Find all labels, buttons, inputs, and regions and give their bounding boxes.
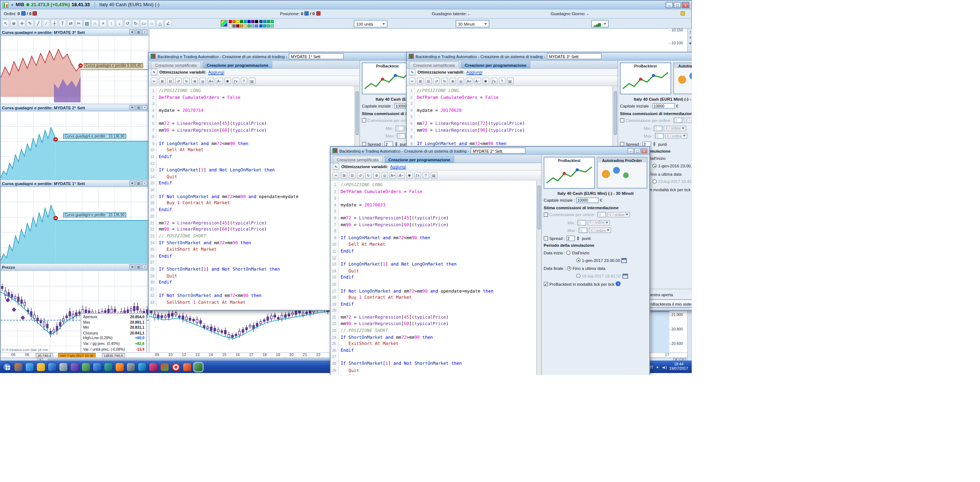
tab-probacktest[interactable]: ProBacktest [620, 62, 671, 94]
cut-icon[interactable]: ✂ [332, 172, 339, 178]
main-titlebar[interactable]: ▼ MIB 21.473,9 (+0,43%) 18.41.33 Italy 4… [1, 1, 691, 10]
internet-explorer-icon[interactable] [25, 363, 34, 371]
system-name-input[interactable] [471, 148, 526, 154]
print-icon[interactable]: ▤ [248, 78, 256, 84]
firefox-icon[interactable] [14, 363, 23, 371]
fx-icon[interactable]: ƒx [414, 172, 421, 178]
undo-icon[interactable]: ↺ [357, 172, 364, 178]
calendar-icon[interactable] [621, 258, 627, 262]
close-icon[interactable]: × [142, 181, 148, 186]
help-icon[interactable]: ? [240, 78, 247, 84]
timeframe-dropdown[interactable]: 30 Minuti [456, 20, 490, 27]
font-increase-icon[interactable]: A+ [207, 78, 215, 84]
taskbar-clock[interactable]: 18:44 19/07/2017 [669, 362, 689, 372]
spread-input[interactable] [566, 235, 575, 241]
start-button[interactable] [3, 362, 12, 372]
palette-color[interactable] [255, 20, 258, 23]
max-input[interactable] [579, 227, 587, 233]
palette-color[interactable] [259, 20, 262, 23]
preview-icon[interactable]: ◎ [458, 78, 465, 84]
segment-icon[interactable]: ∕ [43, 19, 50, 28]
purple-app-icon[interactable] [71, 363, 79, 371]
palette-color[interactable] [236, 24, 240, 27]
palette-color[interactable] [232, 20, 235, 23]
spread-checkbox[interactable] [362, 142, 366, 146]
gray-app-icon[interactable] [127, 363, 135, 371]
dropdown-caret-icon[interactable]: ▼ [11, 3, 14, 6]
cut-icon[interactable]: ✂ [151, 78, 158, 84]
search-icon[interactable]: ⊕ [191, 78, 198, 84]
min-input[interactable] [654, 125, 662, 131]
wrench-icon[interactable]: ✱ [129, 29, 135, 34]
capitale-input[interactable] [652, 103, 675, 109]
panel-header[interactable]: Curva guadagni e perdite: MYDATE 3° Sett… [1, 29, 149, 36]
maximize-button[interactable]: □ [674, 2, 681, 8]
pencil-icon[interactable]: ✎ [26, 19, 34, 28]
copy-icon[interactable]: ⊞ [417, 78, 423, 84]
magnet-icon[interactable]: ∩ [91, 19, 99, 28]
window-titlebar[interactable]: Backtesting e Trading Automatico - Creaz… [331, 147, 649, 155]
green-app-icon[interactable] [82, 363, 90, 371]
fx-icon[interactable]: ƒ [689, 30, 691, 33]
aggiungi-link[interactable]: Aggiungi [208, 70, 224, 74]
sell-arrow-icon[interactable]: ↓ [116, 19, 123, 28]
palette-color[interactable] [229, 20, 232, 23]
buy-arrow-icon[interactable]: ↑ [108, 19, 115, 28]
panel-header[interactable]: Curva guadagni e perdite: MYDATE 1° Sett… [1, 180, 149, 187]
data-inizio-radio[interactable] [652, 164, 657, 168]
delete-icon[interactable]: × [99, 19, 107, 28]
copy-icon[interactable]: ⊞ [159, 78, 165, 84]
list-icon[interactable]: ≡ [689, 36, 691, 39]
palette-color[interactable] [263, 20, 266, 23]
palette-color[interactable] [229, 24, 232, 27]
wrench-icon[interactable]: ✱ [129, 264, 135, 269]
redo-icon[interactable]: ↻ [365, 172, 372, 178]
hint-icon[interactable]: ✱ [224, 78, 231, 84]
tab-autotrading[interactable]: Autotrading ProOrder [597, 157, 648, 189]
print-icon[interactable]: ▤ [507, 78, 514, 84]
max-unit-select[interactable]: € / ordine [665, 133, 688, 139]
maximize-button[interactable]: □ [634, 148, 641, 154]
minimize-button[interactable]: – [666, 2, 673, 8]
aggiungi-link[interactable]: Aggiungi [466, 70, 482, 74]
commissione-input[interactable] [598, 212, 606, 218]
commissione-unit-select[interactable]: € / ordine [684, 118, 692, 123]
panel-header[interactable]: Curva guadagni e perdite: MYDATE 2° Sett… [1, 104, 149, 111]
fx-icon[interactable]: ƒx [232, 78, 239, 84]
text-icon[interactable]: T [59, 19, 67, 28]
tab-creazione-programmazione[interactable]: Creazione per programmazione [384, 156, 455, 163]
code-editor[interactable]: 1//POSIZIONE LONG2DefParam CumulateOrder… [149, 86, 360, 310]
spread-stepper[interactable] [652, 142, 657, 146]
fino-radio[interactable] [567, 266, 571, 270]
tab-creazione-semplificata[interactable]: Creazione semplificata [409, 61, 459, 69]
code-editor[interactable]: 1//POSIZIONE LONG2DefParam CumulateOrder… [331, 181, 541, 375]
wrench-icon[interactable]: ✱ [129, 181, 135, 186]
window-titlebar[interactable]: Backtesting e Trading Automatico - Creaz… [407, 52, 692, 60]
paste-icon[interactable]: ⊟ [425, 78, 432, 84]
rect-icon[interactable]: ▭ [140, 19, 148, 28]
preview-icon[interactable]: ◎ [199, 78, 207, 84]
prorealtime-icon[interactable] [194, 363, 203, 371]
scrollbar-thumb[interactable] [614, 91, 617, 135]
preview-icon[interactable]: ◎ [382, 172, 388, 178]
redo-icon[interactable]: ↻ [132, 19, 139, 28]
chart-type-dropdown[interactable]: ▂▄▆ [591, 20, 608, 27]
palette-color[interactable] [243, 24, 247, 27]
tick-checkbox[interactable]: ✓ [544, 282, 548, 286]
palette-color[interactable] [248, 24, 251, 27]
panel-header[interactable]: Prezzo ✱▦× [1, 264, 149, 270]
search-icon[interactable]: ⊕ [449, 78, 456, 84]
recorder-icon[interactable] [172, 363, 180, 371]
min-input[interactable] [578, 220, 586, 226]
data-inizio-radio[interactable] [576, 258, 581, 262]
undo-icon[interactable]: ↺ [175, 78, 182, 84]
wrench-icon[interactable]: ✱ [129, 105, 135, 110]
commissione-input[interactable] [674, 118, 682, 123]
palette-color[interactable] [240, 20, 243, 23]
min-unit-select[interactable]: € / ordine [664, 125, 687, 131]
spread-stepper[interactable] [395, 142, 399, 146]
tab-creazione-programmazione[interactable]: Creazione per programmazione [460, 61, 531, 69]
globe-app-icon[interactable] [138, 363, 146, 371]
teal-app-icon[interactable] [104, 363, 113, 371]
undo-icon[interactable]: ↺ [433, 78, 440, 84]
